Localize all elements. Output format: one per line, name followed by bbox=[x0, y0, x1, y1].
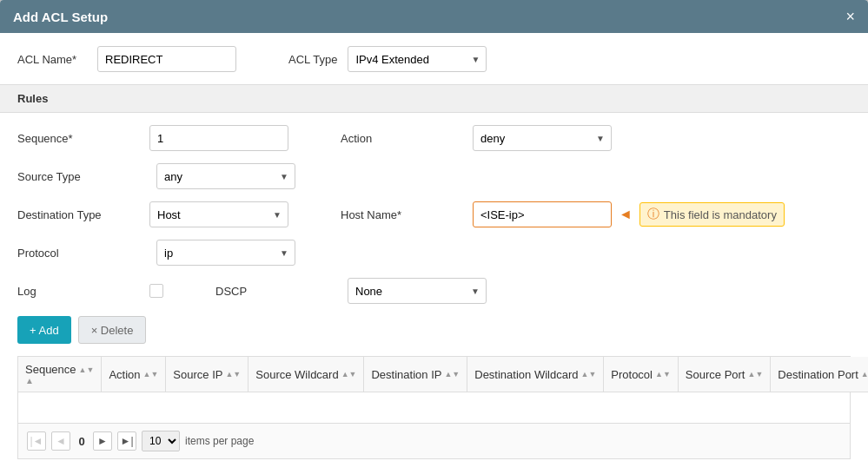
no-items-text: No items to display bbox=[18, 392, 868, 424]
close-button[interactable]: × bbox=[845, 9, 855, 24]
log-checkbox[interactable] bbox=[149, 284, 163, 298]
info-icon: ⓘ bbox=[647, 207, 659, 222]
sort-sourceip-icon: ▲▼ bbox=[225, 370, 241, 379]
mandatory-text: This field is mandatory bbox=[664, 208, 777, 221]
add-button[interactable]: + Add bbox=[17, 316, 71, 344]
warning-arrow-icon: ◄ bbox=[619, 207, 633, 222]
protocol-select[interactable]: ip tcp udp bbox=[156, 240, 295, 266]
protocol-label: Protocol bbox=[17, 247, 139, 260]
destination-type-select-wrapper: Host any Network ▼ bbox=[149, 201, 288, 227]
sequence-input[interactable] bbox=[149, 125, 288, 151]
page-number: 0 bbox=[76, 435, 88, 448]
protocol-select-wrapper: ip tcp udp ▼ bbox=[156, 240, 295, 266]
th-source-ip[interactable]: Source IP ▲▼ bbox=[166, 357, 248, 392]
th-source-port[interactable]: Source Port ▲▼ bbox=[678, 357, 770, 392]
first-page-button[interactable]: |◄ bbox=[27, 431, 46, 451]
mandatory-badge: ⓘ This field is mandatory bbox=[639, 202, 785, 227]
items-per-page-label: items per page bbox=[185, 435, 254, 447]
dscp-select[interactable]: None bbox=[348, 278, 487, 304]
source-type-select[interactable]: any Host Network bbox=[156, 163, 295, 189]
source-type-row: Source Type any Host Network ▼ bbox=[17, 163, 851, 189]
btn-actions: + Add × Delete bbox=[17, 316, 851, 344]
acl-name-label: ACL Name* bbox=[17, 53, 87, 66]
sort-sourcewc-icon: ▲▼ bbox=[341, 370, 357, 379]
next-page-button[interactable]: ► bbox=[93, 431, 112, 451]
log-dscp-row: Log DSCP None ▼ bbox=[17, 278, 851, 304]
table-body: No items to display bbox=[18, 392, 868, 424]
source-type-label: Source Type bbox=[17, 170, 139, 183]
delete-button[interactable]: × Delete bbox=[78, 316, 147, 344]
prev-page-button[interactable]: ◄ bbox=[51, 431, 70, 451]
source-type-select-wrapper: any Host Network ▼ bbox=[156, 163, 295, 189]
sort-protocol-icon: ▲▼ bbox=[655, 370, 671, 379]
acl-type-select-wrapper: IPv4 Extended ▼ bbox=[348, 46, 487, 72]
th-source-wildcard[interactable]: Source Wildcard ▲▼ bbox=[248, 357, 364, 392]
sort-sourceport-icon: ▲▼ bbox=[747, 370, 763, 379]
modal-title: Add ACL Setup bbox=[13, 10, 108, 24]
action-label: Action bbox=[341, 132, 462, 145]
host-name-label: Host Name* bbox=[341, 208, 462, 221]
host-name-input[interactable] bbox=[473, 201, 612, 227]
sequence-label: Sequence* bbox=[17, 132, 139, 145]
th-protocol[interactable]: Protocol ▲▼ bbox=[604, 357, 679, 392]
destination-type-label: Destination Type bbox=[17, 208, 139, 221]
per-page-select[interactable]: 10 25 50 bbox=[142, 431, 180, 451]
acl-type-select[interactable]: IPv4 Extended bbox=[348, 46, 487, 72]
log-label: Log bbox=[17, 285, 139, 298]
dscp-select-wrapper: None ▼ bbox=[348, 278, 487, 304]
modal-container: Add ACL Setup × ACL Name* ACL Type IPv4 … bbox=[0, 0, 868, 461]
action-select[interactable]: deny permit bbox=[473, 125, 612, 151]
modal-body: ACL Name* ACL Type IPv4 Extended ▼ Rules… bbox=[0, 33, 868, 461]
table-head: Sequence ▲▼ ▲ Action ▲▼ bbox=[18, 357, 868, 392]
pagination-bar: |◄ ◄ 0 ► ►| 10 25 50 items per page bbox=[18, 423, 850, 458]
host-name-group: ◄ ⓘ This field is mandatory bbox=[473, 201, 785, 227]
th-sequence[interactable]: Sequence ▲▼ ▲ bbox=[18, 357, 102, 392]
destination-type-select[interactable]: Host any Network bbox=[149, 201, 288, 227]
sort-action-icon: ▲▼ bbox=[143, 370, 159, 379]
rules-table-container: Sequence ▲▼ ▲ Action ▲▼ bbox=[17, 356, 851, 459]
th-destination-port[interactable]: Destination Port ▲▼ bbox=[771, 357, 868, 392]
th-destination-ip[interactable]: Destination IP ▲▼ bbox=[364, 357, 467, 392]
th-destination-wildcard[interactable]: Destination Wildcard ▲▼ bbox=[467, 357, 604, 392]
destination-type-row: Destination Type Host any Network ▼ Host… bbox=[17, 201, 851, 227]
table-header-row: Sequence ▲▼ ▲ Action ▲▼ bbox=[18, 357, 868, 392]
acl-name-row: ACL Name* ACL Type IPv4 Extended ▼ bbox=[17, 46, 851, 72]
protocol-row: Protocol ip tcp udp ▼ bbox=[17, 240, 851, 266]
sort-sequence-icon: ▲▼ bbox=[79, 366, 95, 374]
acl-type-label: ACL Type bbox=[288, 53, 337, 66]
rules-table: Sequence ▲▼ ▲ Action ▲▼ bbox=[18, 357, 868, 423]
action-select-wrapper: deny permit ▼ bbox=[473, 125, 612, 151]
dscp-label: DSCP bbox=[215, 285, 337, 298]
rules-section-header: Rules bbox=[0, 84, 868, 113]
sort-destport-icon: ▲▼ bbox=[861, 370, 868, 379]
sort-destip-icon: ▲▼ bbox=[444, 370, 460, 379]
modal-header: Add ACL Setup × bbox=[0, 0, 868, 33]
no-items-row: No items to display bbox=[18, 392, 868, 424]
sequence-action-row: Sequence* Action deny permit ▼ bbox=[17, 125, 851, 151]
acl-name-input[interactable] bbox=[97, 46, 236, 72]
sort-destwc-icon: ▲▼ bbox=[580, 370, 596, 379]
th-action[interactable]: Action ▲▼ bbox=[102, 357, 166, 392]
last-page-button[interactable]: ►| bbox=[117, 431, 136, 451]
